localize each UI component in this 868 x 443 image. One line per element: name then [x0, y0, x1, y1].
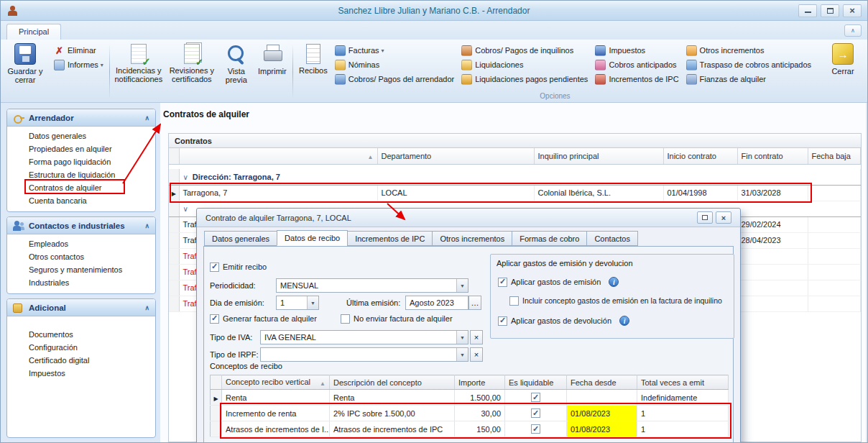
no-enviar-factura-checkbox[interactable]: No enviar factura de alquiler: [341, 313, 453, 324]
maximize-button[interactable]: [821, 4, 839, 17]
cobros-inquilinos-button[interactable]: Cobros/ Pagos de inquilinos: [458, 43, 591, 58]
sidebar-item-seguros[interactable]: Seguros y mantenimientos: [7, 263, 155, 276]
sidebar-item-datos-generales[interactable]: Datos generales: [7, 129, 155, 142]
info-icon[interactable]: i: [609, 277, 619, 287]
ultima-emision-browse-button[interactable]: …: [468, 296, 481, 310]
save-close-button[interactable]: Guardar y cerrar: [5, 41, 45, 87]
column-fin[interactable]: Fin contrato: [737, 148, 808, 164]
traspaso-button[interactable]: Traspaso de cobros anticipados: [683, 58, 816, 72]
fianzas-button[interactable]: Fianzas de alquiler: [683, 72, 816, 86]
column-departamento[interactable]: Departamento: [377, 148, 534, 164]
concepto-row-atrasos[interactable]: Atrasos de incrementos de I... Atrasos d…: [211, 421, 729, 437]
sidebar-item-contratos-alquiler[interactable]: Contratos de alquiler: [7, 181, 155, 194]
column-fecha-desde[interactable]: Fecha desde: [567, 375, 637, 390]
tab-datos-de-recibo[interactable]: Datos de recibo: [277, 230, 348, 246]
dialog-titlebar[interactable]: Contrato de alquiler Tarragona, 7, LOCAL…: [197, 209, 740, 227]
es-liquidable-checkbox[interactable]: ✓: [505, 421, 567, 437]
minimize-button[interactable]: [798, 4, 817, 17]
incidencias-button[interactable]: Incidencias y notificaciones: [112, 41, 165, 87]
sidebar-item-cuenta-bancaria[interactable]: Cuenta bancaria: [7, 194, 155, 207]
column-es-liquidable[interactable]: Es liquidable: [505, 375, 567, 390]
cell: [737, 280, 808, 296]
sidebar-item-otros-contactos[interactable]: Otros contactos: [7, 250, 155, 263]
dropdown-icon[interactable]: ▼: [456, 279, 468, 292]
cell: Incremento de renta: [222, 406, 330, 421]
tab-otros-incrementos[interactable]: Otros incrementos: [432, 231, 512, 246]
imprimir-button[interactable]: Imprimir: [254, 41, 290, 87]
impuestos-button[interactable]: Impuestos: [591, 43, 682, 58]
ribbon-collapse-button[interactable]: ∧: [844, 24, 862, 37]
es-liquidable-checkbox[interactable]: ✓: [505, 406, 567, 421]
dropdown-icon[interactable]: ▼: [307, 296, 318, 309]
chevron-up-icon: ∧: [144, 304, 149, 311]
concepto-row-incremento[interactable]: Incremento de renta 2% IPC sobre 1.500,0…: [211, 406, 729, 421]
es-liquidable-checkbox[interactable]: ✓: [505, 390, 567, 406]
generar-factura-checkbox[interactable]: ✓ Generar factura de alquiler: [210, 313, 317, 324]
cobros-anticipados-button[interactable]: Cobros anticipados: [591, 58, 682, 72]
column-importe[interactable]: Importe: [455, 375, 505, 390]
sidebar-item-estructura[interactable]: Estructura de liquidación: [7, 168, 155, 181]
sidebar-item-industriales[interactable]: Industriales: [7, 276, 155, 289]
tipo-irpf-clear-button[interactable]: ×: [470, 347, 483, 362]
incluir-concepto-checkbox[interactable]: Incluir concepto gastos de emisión en la…: [509, 295, 722, 306]
dropdown-icon[interactable]: ▼: [456, 331, 468, 344]
recibos-button[interactable]: Recibos: [295, 41, 331, 87]
dialog-close-button[interactable]: ×: [716, 211, 731, 224]
column-inquilino[interactable]: Inquilino principal: [534, 148, 663, 164]
sidebar-header-arrendador[interactable]: Arrendador ∧: [7, 109, 155, 127]
sidebar-item-configuracion[interactable]: Configuración: [7, 341, 155, 354]
concepto-row-renta[interactable]: ▶ Renta Renta 1.500,00 ✓ Indefinidamente: [211, 390, 729, 406]
dia-emision-select[interactable]: 1 ▼: [276, 296, 319, 310]
info-icon[interactable]: i: [619, 316, 629, 326]
emitir-recibo-checkbox[interactable]: ✓ Emitir recibo: [210, 261, 267, 273]
cell: LOCAL: [377, 185, 534, 201]
liquidaciones-pendientes-button[interactable]: Liquidaciones pagos pendientes: [458, 72, 591, 86]
periodicidad-select[interactable]: MENSUAL ▼: [276, 278, 468, 293]
tipo-irpf-select[interactable]: ▼: [260, 347, 468, 362]
liquidaciones-button[interactable]: Liquidaciones: [458, 58, 591, 72]
checkbox-checked-icon: ✓: [498, 316, 507, 326]
incrementos-ipc-button[interactable]: Incrementos de IPC: [591, 72, 682, 86]
tab-formas-de-cobro[interactable]: Formas de cobro: [512, 231, 587, 246]
group-row-tarragona[interactable]: ∨Dirección: Tarragona, 7: [169, 169, 861, 185]
delete-button[interactable]: ✗Eliminar: [50, 43, 107, 58]
cell-highlighted: 01/08/2023: [567, 406, 637, 421]
tipo-iva-clear-button[interactable]: ×: [470, 330, 483, 344]
column-direccion[interactable]: ▲: [179, 148, 377, 164]
contract-row-tarragona[interactable]: ▶ Tarragona, 7 LOCAL Colonial Ibérica, S…: [169, 185, 861, 201]
revisiones-button[interactable]: Revisiones y certificados: [165, 41, 218, 87]
tab-principal[interactable]: Principal: [6, 24, 61, 40]
cerrar-button[interactable]: → Cerrar: [823, 41, 863, 87]
cobros-arrendador-button[interactable]: Cobros/ Pagos del arrendador: [331, 72, 458, 86]
facturas-button[interactable]: Facturas▾: [331, 43, 458, 58]
close-icon: ×: [849, 5, 855, 16]
informes-button[interactable]: Informes▾: [50, 58, 107, 72]
column-inicio[interactable]: Inicio contrato: [663, 148, 737, 164]
sidebar-item-documentos[interactable]: Documentos: [7, 328, 155, 341]
checkbox-unchecked-icon: [509, 296, 519, 306]
dialog-restore-button[interactable]: [697, 211, 713, 224]
sidebar-item-certificado[interactable]: Certificado digital: [7, 354, 155, 367]
column-total-veces[interactable]: Total veces a emit: [637, 375, 729, 390]
sidebar-item-propiedades[interactable]: Propiedades en alquiler: [7, 142, 155, 155]
sidebar-item-impuestos[interactable]: Impuestos: [7, 367, 155, 380]
column-baja[interactable]: Fecha baja: [808, 148, 861, 164]
tab-datos-generales[interactable]: Datos generales: [204, 231, 277, 246]
otros-incrementos-button[interactable]: Otros incrementos: [683, 43, 816, 58]
nominas-button[interactable]: Nóminas: [331, 58, 458, 72]
sidebar-item-empleados[interactable]: Empleados: [7, 237, 155, 250]
dropdown-icon[interactable]: ▼: [456, 348, 468, 361]
aplicar-gastos-emision-checkbox[interactable]: ✓ Aplicar gastos de emisión i: [498, 276, 619, 288]
vista-previa-button[interactable]: Vista previa: [218, 41, 254, 87]
tab-contactos[interactable]: Contactos: [586, 231, 638, 246]
ultima-emision-field[interactable]: Agosto 2023: [405, 296, 468, 310]
sidebar-header-contactos[interactable]: Contactos e industriales ∧: [7, 217, 155, 234]
sidebar-item-forma-pago[interactable]: Forma pago liquidación: [7, 155, 155, 168]
tab-incrementos-ipc[interactable]: Incrementos de IPC: [347, 231, 433, 246]
close-button[interactable]: ×: [843, 4, 862, 17]
tipo-iva-select[interactable]: IVA GENERAL ▼: [260, 330, 468, 344]
aplicar-gastos-devolucion-checkbox[interactable]: ✓ Aplicar gastos de devolución i: [498, 315, 629, 326]
column-descripcion[interactable]: Descripción del concepto: [330, 375, 455, 390]
column-concepto[interactable]: Concepto recibo vertical ▲: [222, 375, 330, 390]
sidebar-header-adicional[interactable]: Adicional ∧: [7, 299, 155, 316]
